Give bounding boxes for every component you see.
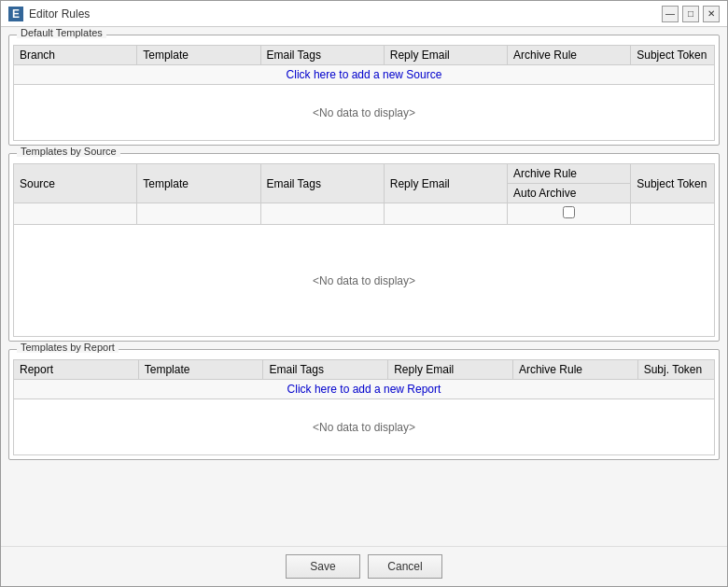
add-source-row[interactable]: Click here to add a new Source	[14, 65, 715, 85]
header-source-reply-email: Reply Email	[384, 164, 507, 203]
source-reply-email-cell	[384, 203, 507, 225]
header-template: Template	[137, 46, 260, 65]
footer: Save Cancel	[1, 546, 727, 586]
default-templates-title: Default Templates	[17, 27, 106, 38]
save-button[interactable]: Save	[286, 554, 360, 579]
title-bar: E Editor Rules — □ ✕	[1, 1, 727, 27]
add-report-row[interactable]: Click here to add a new Report	[14, 380, 715, 399]
templates-by-source-section: Templates by Source Source Template Emai…	[8, 153, 720, 342]
editor-rules-window: E Editor Rules — □ ✕ Default Templates B…	[0, 0, 728, 587]
source-no-data-text: <No data to display>	[14, 225, 715, 337]
close-button[interactable]: ✕	[703, 6, 720, 22]
auto-archive-row	[14, 203, 715, 225]
header-source: Source	[14, 164, 137, 203]
source-no-data: <No data to display>	[14, 225, 715, 337]
source-subject-token-cell	[631, 203, 715, 225]
source-header-row-1: Source Template Email Tags Reply Email A…	[14, 164, 715, 184]
source-auto-archive-cell[interactable]	[508, 203, 631, 225]
header-source-email-tags: Email Tags	[260, 164, 384, 203]
header-source-template: Template	[137, 164, 260, 203]
restore-button[interactable]: □	[682, 6, 699, 22]
header-source-subject-token: Subject Token	[631, 164, 715, 203]
source-cell	[14, 203, 137, 225]
app-icon: E	[8, 7, 23, 21]
header-report: Report	[14, 360, 139, 380]
templates-by-source-table: Source Template Email Tags Reply Email A…	[13, 163, 715, 337]
header-subject-token: Subject Token	[631, 46, 715, 65]
source-template-cell	[137, 203, 260, 225]
report-header-row: Report Template Email Tags Reply Email A…	[14, 360, 715, 380]
header-auto-archive: Auto Archive	[508, 184, 631, 203]
header-branch: Branch	[14, 46, 137, 65]
templates-by-source-title: Templates by Source	[17, 146, 120, 157]
default-templates-section: Default Templates Branch Template Email …	[8, 35, 720, 146]
report-no-data-text: <No data to display>	[14, 399, 715, 455]
header-report-email-tags: Email Tags	[263, 360, 388, 380]
header-report-reply-email: Reply Email	[388, 360, 513, 380]
templates-by-report-table: Report Template Email Tags Reply Email A…	[13, 359, 715, 455]
header-report-archive-rule: Archive Rule	[512, 360, 637, 380]
minimize-button[interactable]: —	[662, 6, 679, 22]
add-report-link[interactable]: Click here to add a new Report	[14, 380, 715, 399]
templates-by-source-content: Source Template Email Tags Reply Email A…	[9, 154, 719, 341]
header-archive-rule: Archive Rule	[508, 46, 631, 65]
cancel-button[interactable]: Cancel	[368, 554, 442, 579]
add-source-link[interactable]: Click here to add a new Source	[14, 65, 715, 85]
default-templates-header-row: Branch Template Email Tags Reply Email A…	[14, 46, 715, 65]
source-email-tags-cell	[260, 203, 384, 225]
default-templates-no-data: <No data to display>	[14, 85, 715, 141]
window-content: Default Templates Branch Template Email …	[1, 27, 727, 546]
header-email-tags: Email Tags	[260, 46, 384, 65]
default-templates-content: Branch Template Email Tags Reply Email A…	[9, 35, 719, 145]
header-report-subj-token: Subj. Token	[637, 360, 714, 380]
default-templates-no-data-text: <No data to display>	[14, 85, 715, 141]
header-report-template: Template	[138, 360, 263, 380]
default-templates-table: Branch Template Email Tags Reply Email A…	[13, 45, 715, 141]
window-controls: — □ ✕	[662, 6, 720, 22]
header-reply-email: Reply Email	[384, 46, 507, 65]
templates-by-report-title: Templates by Report	[17, 342, 119, 353]
header-source-archive-rule: Archive Rule	[508, 164, 631, 184]
report-no-data: <No data to display>	[14, 399, 715, 455]
auto-archive-checkbox[interactable]	[563, 206, 575, 218]
templates-by-report-content: Report Template Email Tags Reply Email A…	[9, 350, 719, 459]
window-title: Editor Rules	[29, 7, 662, 21]
templates-by-report-section: Templates by Report Report Template Emai…	[8, 349, 720, 460]
